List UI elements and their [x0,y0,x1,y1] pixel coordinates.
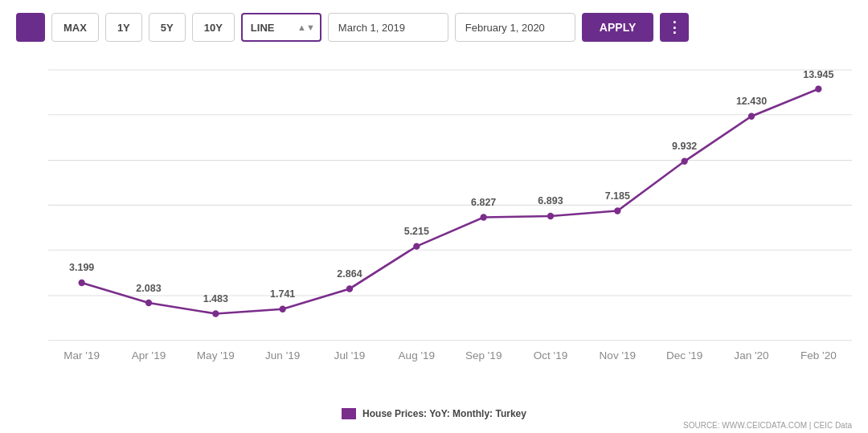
chart-type-select[interactable]: LINE BAR AREA [241,13,321,42]
svg-text:5.215: 5.215 [404,226,429,237]
svg-text:12.430: 12.430 [736,96,767,107]
svg-text:2.083: 2.083 [136,283,161,294]
svg-text:6.893: 6.893 [538,195,563,206]
date-from-input[interactable] [328,13,448,42]
svg-text:Jul '19: Jul '19 [334,349,366,362]
svg-text:Oct '19: Oct '19 [534,349,567,362]
1y-button[interactable]: 1Y [105,13,142,42]
svg-text:Apr '19: Apr '19 [132,349,166,362]
data-point-10 [748,112,755,119]
brand-icon [16,13,45,42]
max-button[interactable]: MAX [51,13,99,42]
svg-text:6.827: 6.827 [471,197,496,208]
data-point-8 [614,207,620,214]
svg-text:13.945: 13.945 [803,68,833,80]
legend-color-box [342,408,356,419]
data-point-9 [682,158,688,165]
main-container: MAX 1Y 5Y 10Y LINE BAR AREA ▲▼ APPLY ⋮ [0,0,868,433]
data-point-1 [145,300,152,306]
5y-button[interactable]: 5Y [149,13,186,42]
svg-text:Jun '19: Jun '19 [265,349,300,362]
chart-type-wrapper: LINE BAR AREA ▲▼ [241,13,321,42]
source-text: SOURCE: WWW.CEICDATA.COM | CEIC Data [16,421,852,430]
chart-area: 0 2.5 5 7.5 10 12.5 15 [16,53,852,430]
data-point-5 [413,243,420,249]
svg-text:7.185: 7.185 [605,190,630,202]
data-point-4 [346,285,353,292]
legend-label: House Prices: YoY: Monthly: Turkey [362,408,526,419]
svg-text:Jan '20: Jan '20 [734,349,769,362]
svg-text:Nov '19: Nov '19 [600,349,637,362]
chart-inner: 0 2.5 5 7.5 10 12.5 15 [48,53,852,374]
svg-text:1.741: 1.741 [270,288,295,300]
data-point-2 [212,310,219,317]
data-point-3 [280,305,286,312]
svg-text:1.483: 1.483 [203,293,228,304]
data-point-0 [79,280,85,286]
date-to-input[interactable] [455,13,575,42]
svg-text:2.864: 2.864 [337,268,362,280]
10y-button[interactable]: 10Y [192,13,235,42]
data-point-7 [547,213,554,219]
legend-row: House Prices: YoY: Monthly: Turkey [16,408,852,419]
svg-text:May '19: May '19 [197,349,235,362]
toolbar: MAX 1Y 5Y 10Y LINE BAR AREA ▲▼ APPLY ⋮ [16,13,852,42]
svg-text:Sep '19: Sep '19 [465,349,502,362]
svg-text:Dec '19: Dec '19 [666,349,703,362]
data-point-6 [481,214,487,220]
apply-button[interactable]: APPLY [582,13,653,42]
svg-text:Aug '19: Aug '19 [399,349,436,362]
svg-text:9.932: 9.932 [672,141,697,152]
svg-text:3.199: 3.199 [69,262,94,273]
svg-text:Feb '20: Feb '20 [800,349,837,362]
svg-text:Mar '19: Mar '19 [63,349,100,362]
chart-svg: 0 2.5 5 7.5 10 12.5 15 [48,53,852,374]
more-button[interactable]: ⋮ [660,13,689,42]
data-point-11 [815,86,821,92]
